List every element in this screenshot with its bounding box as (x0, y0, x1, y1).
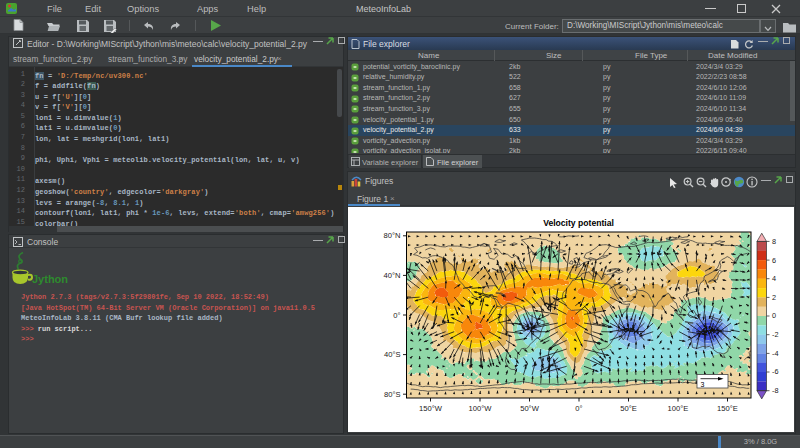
svg-text:50°W: 50°W (520, 404, 539, 413)
svg-text:150°E: 150°E (717, 404, 738, 413)
svg-text:Jython: Jython (32, 273, 68, 285)
svg-text:0°: 0° (393, 311, 400, 320)
svg-text:40°N: 40°N (384, 271, 401, 280)
svg-text:100°E: 100°E (668, 404, 689, 413)
svg-text:-6: -6 (772, 367, 779, 376)
svg-text:40°S: 40°S (384, 350, 401, 359)
svg-text:2: 2 (772, 293, 776, 302)
svg-text:150°W: 150°W (419, 404, 443, 413)
svg-text:80°N: 80°N (384, 231, 401, 240)
svg-text:6: 6 (772, 256, 776, 265)
svg-text:-2: -2 (772, 330, 779, 339)
svg-text:4: 4 (772, 274, 776, 283)
svg-text:100°W: 100°W (469, 404, 493, 413)
svg-text:-4: -4 (772, 349, 779, 358)
svg-text:-8: -8 (772, 386, 779, 395)
svg-text:8: 8 (772, 237, 776, 246)
svg-text:Velocity potential: Velocity potential (543, 218, 614, 228)
svg-text:50°E: 50°E (620, 404, 637, 413)
svg-text:80°S: 80°S (384, 390, 401, 399)
svg-text:0: 0 (772, 311, 776, 320)
svg-text:3: 3 (701, 381, 705, 388)
svg-text:0°: 0° (575, 404, 582, 413)
